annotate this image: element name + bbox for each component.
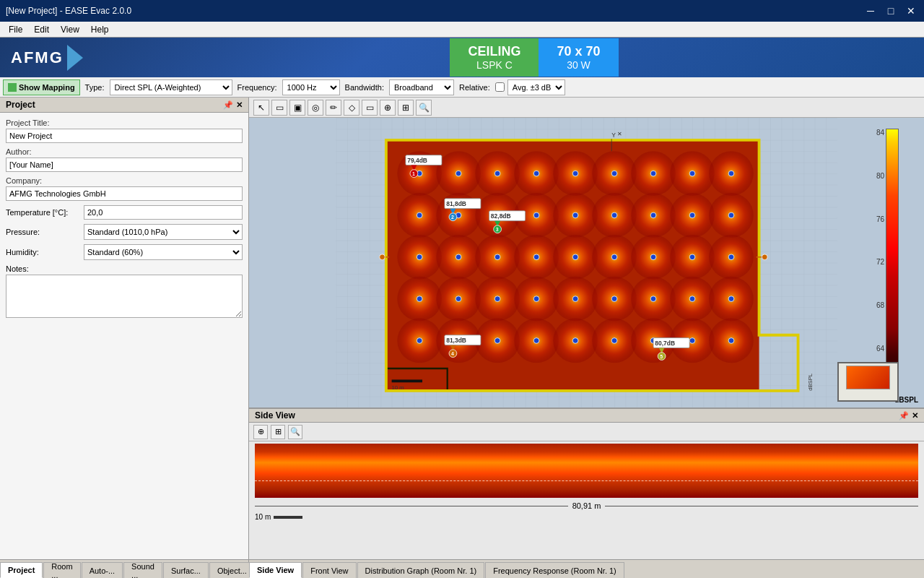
pin-button[interactable]: 📌 <box>223 100 233 110</box>
svg-point-80 <box>533 296 539 302</box>
tool-circle[interactable]: ◎ <box>308 100 323 116</box>
dimensions-label: 70 x 70 <box>557 44 600 59</box>
tool-rect[interactable]: ▭ <box>271 100 287 116</box>
tab-side-view[interactable]: Side View <box>249 562 302 578</box>
svg-point-86 <box>417 338 422 344</box>
svg-point-65 <box>650 212 656 218</box>
bandwidth-select[interactable]: Broadband <box>389 79 454 95</box>
right-panel: ↖ ▭ ▣ ◎ ✏ ◇ ▭ ⊕ ⊞ 🔍 <box>249 98 924 559</box>
company-input[interactable] <box>6 186 243 201</box>
close-side-view-button[interactable]: ✕ <box>912 411 918 420</box>
sv-zoom-in[interactable]: ⊕ <box>253 425 268 439</box>
pressure-label: Pressure: <box>6 228 78 236</box>
measurement-label: 80,91 m <box>568 501 606 510</box>
scale-76: 76 <box>876 215 884 223</box>
right-tabs: Side View Front View Distribution Graph … <box>249 560 924 578</box>
svg-point-90 <box>572 338 578 344</box>
tool-pen[interactable]: ✏ <box>326 100 341 116</box>
svg-point-71 <box>533 254 539 260</box>
svg-point-88 <box>494 338 500 344</box>
scale-84: 84 <box>876 129 884 137</box>
tab-room[interactable]: Room ... <box>43 562 80 578</box>
left-panel: Project 📌 ✕ Project Title: Author: Compa… <box>0 98 249 559</box>
svg-text:✕: ✕ <box>617 131 622 137</box>
side-view-measure-row: 80,91 m <box>249 500 924 512</box>
ceiling-info: CEILING LSPK C 70 x 70 30 W <box>144 38 924 77</box>
frequency-select[interactable]: 1000 Hz <box>282 79 340 95</box>
tab-project[interactable]: Project <box>0 562 43 578</box>
bandwidth-label: Bandwidth: <box>343 83 386 92</box>
tool-select2[interactable]: ▣ <box>289 100 305 116</box>
tab-front-view[interactable]: Front View <box>302 562 356 578</box>
relative-label: Relative: <box>457 83 492 92</box>
power-label: 30 W <box>557 59 600 71</box>
tab-sound[interactable]: Sound ... <box>123 562 162 578</box>
tab-auto[interactable]: Auto-... <box>82 562 123 578</box>
sv-zoom-out[interactable]: 🔍 <box>288 425 302 439</box>
pressure-select[interactable]: Standard (1010,0 hPa) <box>84 224 243 240</box>
panel-controls: 📌 ✕ <box>223 100 243 110</box>
map-area[interactable]: Y ✕ <box>249 118 924 407</box>
type-select[interactable]: Direct SPL (A-Weighted) <box>110 79 232 95</box>
humidity-select[interactable]: Standard (60%) <box>84 244 243 260</box>
show-mapping-label: Show Mapping <box>19 83 75 92</box>
show-mapping-button[interactable]: Show Mapping <box>3 79 80 95</box>
side-view-toolbar: ⊕ ⊞ 🔍 <box>249 423 924 441</box>
svg-text:dBSPL: dBSPL <box>807 373 814 391</box>
svg-point-82 <box>611 296 617 302</box>
tool-fit[interactable]: ⊞ <box>398 100 414 116</box>
ceiling-label: CEILING <box>468 44 520 59</box>
tab-frequency-response[interactable]: Frequency Response (Room Nr. 1) <box>485 562 624 578</box>
tool-rect2[interactable]: ▭ <box>362 100 378 116</box>
tab-surface[interactable]: Surfac... <box>163 562 209 578</box>
minimap <box>837 362 899 402</box>
author-label: Author: <box>6 147 243 156</box>
side-scale-text: 10 m <box>255 513 271 521</box>
svg-text:10 m: 10 m <box>392 384 404 391</box>
scale-68: 68 <box>876 301 884 309</box>
svg-point-57 <box>689 171 695 176</box>
svg-text:3: 3 <box>496 227 499 232</box>
svg-point-73 <box>611 254 617 260</box>
right-measure-line <box>605 506 918 506</box>
menu-edit[interactable]: Edit <box>28 23 55 36</box>
tool-select[interactable]: ↖ <box>253 100 269 116</box>
sv-fit[interactable]: ⊞ <box>271 425 285 439</box>
side-view-panel: Side View 📌 ✕ ⊕ ⊞ 🔍 80,91 m <box>249 407 924 559</box>
svg-point-51 <box>456 171 461 176</box>
avg-select[interactable]: Avg. ±3 dB <box>507 79 565 95</box>
tab-distribution-graph[interactable]: Distribution Graph (Room Nr. 1) <box>357 562 485 578</box>
logo-area: AFMG <box>0 45 144 71</box>
project-panel-title: Project <box>6 100 35 110</box>
specs-block: 70 x 70 30 W <box>539 38 618 77</box>
side-view-content <box>255 444 918 498</box>
svg-point-84 <box>689 296 695 302</box>
tab-object[interactable]: Object... <box>209 562 255 578</box>
scale-64: 64 <box>876 345 884 353</box>
relative-checkbox[interactable] <box>495 82 505 92</box>
scale-72: 72 <box>876 258 884 266</box>
notes-input[interactable] <box>6 275 243 318</box>
title-text: [New Project] - EASE Evac 2.0.0 <box>6 6 131 16</box>
menu-view[interactable]: View <box>55 23 85 36</box>
tool-polygon[interactable]: ◇ <box>344 100 359 116</box>
temperature-input[interactable] <box>84 205 243 220</box>
svg-point-72 <box>572 254 578 260</box>
menu-bar: File Edit View Help <box>0 22 924 38</box>
scale-bar-icon <box>274 516 302 519</box>
author-row: Author: <box>6 147 243 172</box>
close-panel-button[interactable]: ✕ <box>236 100 243 110</box>
tool-zoom-in[interactable]: ⊕ <box>380 100 396 116</box>
menu-help[interactable]: Help <box>85 23 115 36</box>
author-input[interactable] <box>6 158 243 172</box>
minimize-button[interactable]: ─ <box>863 5 878 17</box>
menu-file[interactable]: File <box>3 23 28 36</box>
close-button[interactable]: ✕ <box>904 5 918 17</box>
project-title-input[interactable] <box>6 129 243 143</box>
tool-zoom-out[interactable]: 🔍 <box>416 100 432 116</box>
maximize-button[interactable]: □ <box>884 5 898 17</box>
svg-point-52 <box>494 171 500 176</box>
project-panel-header: Project 📌 ✕ <box>0 98 248 113</box>
pin-side-view-button[interactable]: 📌 <box>899 411 909 420</box>
svg-point-78 <box>456 296 461 302</box>
